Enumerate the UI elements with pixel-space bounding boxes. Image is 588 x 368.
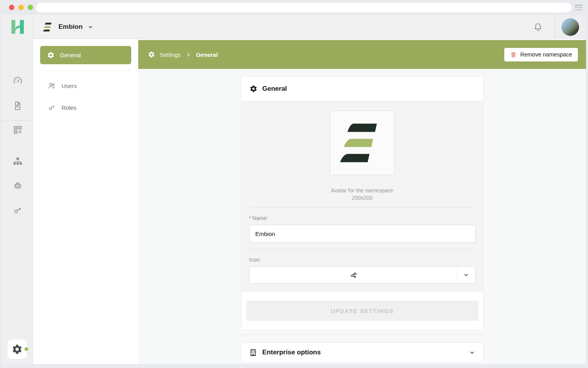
address-bar[interactable] (36, 3, 572, 12)
key-icon (12, 205, 23, 215)
main-area: Settings General Remove namespace (138, 39, 586, 364)
remove-namespace-button[interactable]: Remove namespace (504, 48, 578, 62)
avatar-size-text: 200x200 (249, 194, 475, 202)
close-window-button[interactable] (9, 5, 14, 10)
gear-icon (250, 85, 257, 93)
settings-content: General Avatar for the namespace (138, 69, 586, 364)
rail-item-dashboard[interactable] (2, 73, 33, 88)
notifications-bell-icon[interactable] (533, 22, 543, 32)
building-icon (249, 349, 257, 356)
avatar-caption: Avatar for the namespace 200x200 (249, 187, 475, 202)
rail-item-qr[interactable] (2, 122, 33, 137)
invoice-document-icon: € (12, 100, 23, 111)
icon-select-value (250, 267, 458, 283)
rail-item-billing[interactable]: € (2, 98, 33, 113)
chevron-down-icon (463, 272, 469, 278)
icon-select-arrow[interactable] (458, 267, 475, 283)
minimize-window-button[interactable] (18, 5, 24, 10)
window-controls (9, 5, 33, 10)
embion-logo-icon (43, 22, 53, 32)
avatar-caption-text: Avatar for the namespace (249, 187, 475, 194)
icon-select[interactable] (249, 266, 475, 283)
breadcrumb-current: General (196, 51, 218, 58)
app-root: Embion (2, 15, 586, 364)
sidebar-divider (40, 70, 131, 71)
svg-text:€: € (16, 104, 19, 108)
rail-item-debug[interactable] (2, 177, 33, 193)
settings-sidebar: General Users Roles (33, 39, 138, 364)
general-card-footer: UPDATE SETTINGS (241, 292, 483, 330)
sidebar-item-label: Users (62, 83, 77, 89)
namespace-switcher[interactable]: Embion (43, 15, 93, 39)
breadcrumb-bar: Settings General Remove namespace (138, 40, 586, 69)
user-avatar[interactable] (562, 18, 579, 36)
general-card-header: General (241, 76, 483, 101)
key-icon (48, 103, 56, 112)
divider (249, 249, 475, 250)
enterprise-options-title: Enterprise options (262, 349, 463, 356)
rail-item-settings[interactable] (7, 340, 27, 359)
breadcrumb-settings[interactable]: Settings (160, 51, 181, 58)
sidebar-item-roles[interactable]: Roles (40, 97, 131, 118)
general-card-body: Avatar for the namespace 200x200 *Name: … (241, 101, 483, 292)
name-input[interactable] (249, 225, 475, 243)
sidebar-item-label: General (60, 52, 81, 58)
dashboard-gauge-icon (12, 76, 23, 86)
app-header: Embion (2, 15, 586, 39)
gear-icon (148, 51, 155, 58)
sitemap-icon (12, 156, 23, 167)
home-logo[interactable] (2, 15, 33, 39)
enterprise-options-panel[interactable]: Enterprise options (241, 342, 484, 363)
sidebar-item-label: Roles (62, 104, 76, 111)
icon-field-label: Icon: (249, 255, 475, 263)
users-icon (48, 81, 56, 90)
namespace-avatar-logo (339, 120, 385, 166)
browser-window: Embion (0, 0, 588, 368)
section-divider (240, 335, 485, 335)
browser-chrome (0, 0, 588, 15)
trash-icon (510, 51, 517, 58)
chevron-down-icon[interactable] (469, 349, 475, 356)
sidebar-item-users[interactable]: Users (40, 75, 131, 97)
icon-rail: € (2, 39, 33, 364)
gear-icon (47, 51, 55, 59)
update-settings-button[interactable]: UPDATE SETTINGS (246, 301, 479, 321)
qr-code-icon (12, 125, 23, 135)
user-menu[interactable] (555, 15, 586, 39)
rail-item-hierarchy[interactable] (2, 153, 33, 169)
settings-status-dot (25, 347, 28, 351)
bug-icon (12, 180, 23, 190)
namespace-name: Embion (58, 23, 83, 31)
general-card: General Avatar for the namespace (241, 76, 484, 330)
settings-gear-icon (12, 344, 23, 355)
divider (249, 208, 475, 208)
namespace-avatar-upload[interactable] (330, 111, 394, 175)
network-icon (349, 271, 358, 280)
maximize-window-button[interactable] (28, 5, 33, 10)
required-asterisk: * (249, 215, 251, 221)
chevron-right-icon (185, 52, 191, 58)
browser-menu-icon[interactable] (575, 5, 583, 10)
rail-divider (2, 120, 33, 121)
h-logo-icon (9, 18, 26, 36)
name-field-label: *Name: (249, 214, 475, 221)
general-card-title: General (262, 85, 287, 93)
chevron-down-icon (88, 24, 93, 30)
rail-item-api-keys[interactable] (2, 202, 33, 218)
remove-namespace-label: Remove namespace (520, 51, 572, 58)
sidebar-item-general[interactable]: General (40, 46, 131, 64)
